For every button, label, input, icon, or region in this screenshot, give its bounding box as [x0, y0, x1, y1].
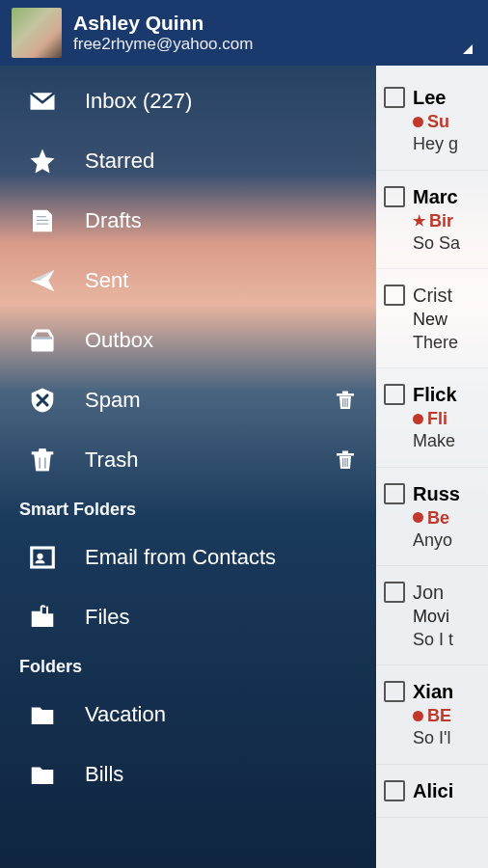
sidebar-item-label: Bills	[85, 762, 359, 787]
sidebar-item-label: Inbox (227)	[85, 89, 359, 114]
mail-checkbox[interactable]	[384, 384, 405, 405]
mail-item[interactable]: FlickFliMake	[376, 368, 488, 468]
mail-sender: Lee	[413, 85, 488, 110]
unread-dot-icon	[413, 711, 423, 721]
panel-divider	[376, 66, 377, 868]
svg-rect-15	[344, 458, 345, 467]
trash-icon	[27, 445, 58, 475]
sidebar-item-trash[interactable]: Trash	[0, 430, 376, 490]
mail-item[interactable]: CristNewThere	[376, 269, 488, 368]
svg-rect-2	[33, 337, 52, 339]
empty-trash-icon[interactable]	[332, 387, 359, 414]
mail-item[interactable]: RussBeAnyo	[376, 468, 488, 567]
unread-dot-icon	[413, 117, 423, 127]
mail-item[interactable]: Alici	[376, 765, 488, 818]
mail-preview: So I'l	[413, 727, 488, 749]
sidebar-item-starred[interactable]: Starred	[0, 131, 376, 191]
mail-checkbox[interactable]	[384, 780, 405, 801]
sidebar-item-label: Sent	[85, 268, 359, 293]
mail-sender: Xian	[413, 679, 488, 704]
mail-checkbox[interactable]	[384, 582, 405, 603]
mail-preview: Hey g	[413, 133, 488, 155]
mail-subject: Su	[413, 110, 488, 133]
mail-item[interactable]: Marc★BirSo Sa	[376, 171, 488, 270]
contacts-mail-icon	[27, 542, 58, 573]
mail-subject: Be	[413, 506, 488, 529]
svg-rect-10	[39, 458, 41, 469]
unread-dot-icon	[413, 512, 423, 523]
empty-trash-icon[interactable]	[332, 447, 359, 474]
unread-dot-icon	[413, 414, 423, 424]
mail-checkbox[interactable]	[384, 681, 405, 702]
account-dropdown-icon[interactable]	[463, 44, 473, 54]
mail-subject: ★Bir	[413, 209, 488, 232]
sidebar-item-label: Outbox	[85, 328, 359, 353]
sidebar-item-sent[interactable]: Sent	[0, 251, 376, 311]
sent-icon	[27, 265, 58, 296]
mail-sender: Marc	[413, 184, 488, 209]
sidebar-item-email[interactable]: Email from Contacts	[0, 528, 376, 587]
svg-rect-9	[39, 448, 46, 452]
folder-icon	[27, 699, 58, 730]
files-icon	[27, 602, 58, 633]
mail-checkbox[interactable]	[384, 285, 405, 306]
mail-list[interactable]: LeeSuHey gMarc★BirSo SaCristNewThereFlic…	[376, 66, 488, 868]
section-folders: Folders	[0, 647, 376, 685]
mail-item[interactable]: LeeSuHey g	[376, 71, 488, 171]
svg-rect-11	[44, 458, 46, 469]
sidebar-item-label: Starred	[85, 149, 359, 174]
drafts-icon	[27, 205, 58, 236]
mail-checkbox[interactable]	[384, 483, 405, 504]
envelope-icon	[27, 86, 58, 117]
outbox-icon	[27, 325, 58, 356]
mail-preview: There	[413, 332, 488, 354]
mail-subject: Movi	[413, 605, 488, 628]
sidebar-item-label: Drafts	[85, 208, 359, 233]
sidebar: Inbox (227)StarredDraftsSentOutboxSpamTr…	[0, 66, 376, 868]
sidebar-item-spam[interactable]: Spam	[0, 370, 376, 430]
section-smart-folders: Smart Folders	[0, 490, 376, 528]
mail-subject: BE	[413, 704, 488, 727]
mail-checkbox[interactable]	[384, 87, 405, 108]
svg-rect-14	[342, 458, 343, 467]
sidebar-item-files[interactable]: Files	[0, 587, 376, 647]
sidebar-item-drafts[interactable]: Drafts	[0, 191, 376, 251]
mail-preview: Anyo	[413, 529, 488, 552]
mail-checkbox[interactable]	[384, 186, 405, 207]
sidebar-item-label: Spam	[85, 388, 305, 413]
sidebar-item-inbox[interactable]: Inbox (227)	[0, 71, 376, 131]
svg-rect-7	[347, 398, 348, 407]
mail-subject: Fli	[413, 407, 488, 430]
mail-subject: New	[413, 308, 488, 331]
star-icon	[27, 146, 58, 176]
svg-rect-5	[342, 398, 343, 407]
sidebar-item-label: Email from Contacts	[85, 545, 359, 570]
mail-sender: Crist	[413, 283, 488, 308]
star-icon: ★	[413, 211, 425, 231]
svg-rect-16	[347, 458, 348, 467]
svg-rect-6	[344, 398, 345, 407]
mail-item[interactable]: XianBESo I'l	[376, 665, 488, 765]
folder-icon	[27, 759, 58, 790]
mail-preview: Make	[413, 430, 488, 452]
mail-sender: Alici	[413, 778, 488, 803]
sidebar-item-label: Vacation	[85, 702, 359, 727]
mail-sender: Russ	[413, 481, 488, 506]
svg-rect-4	[342, 392, 348, 394]
sidebar-item-outbox[interactable]: Outbox	[0, 311, 376, 370]
mail-preview: So Sa	[413, 232, 488, 255]
sidebar-item-label: Trash	[85, 448, 305, 473]
user-name: Ashley Quinn	[73, 11, 451, 35]
mail-item[interactable]: JonMoviSo I t	[376, 566, 488, 665]
sidebar-item-bills[interactable]: Bills	[0, 745, 376, 804]
account-header[interactable]: Ashley Quinn free2rhyme@yahoo.com	[0, 0, 488, 66]
mail-sender: Jon	[413, 580, 488, 605]
mail-sender: Flick	[413, 382, 488, 407]
spam-icon	[27, 385, 58, 416]
account-info: Ashley Quinn free2rhyme@yahoo.com	[73, 11, 451, 55]
sidebar-item-label: Files	[85, 605, 359, 630]
avatar	[12, 8, 62, 58]
svg-point-18	[37, 554, 42, 559]
sidebar-item-vacation[interactable]: Vacation	[0, 685, 376, 745]
svg-rect-13	[342, 451, 348, 454]
